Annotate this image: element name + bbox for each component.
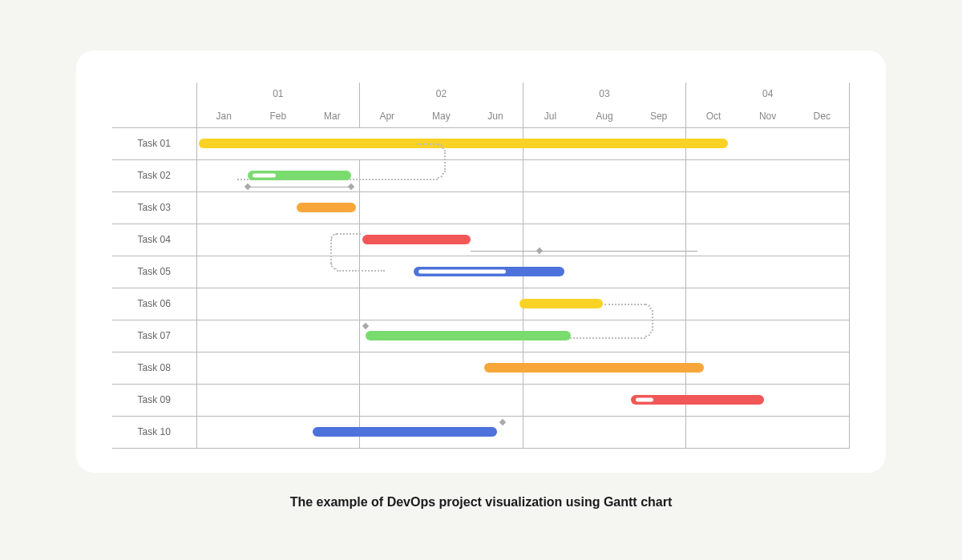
month-cell: Mar xyxy=(305,105,360,127)
table-row: Task 01 xyxy=(112,127,850,159)
table-row: Task 08 xyxy=(112,352,850,384)
gantt-bar xyxy=(248,171,351,180)
milestone-icon xyxy=(536,248,543,254)
task-label: Task 09 xyxy=(112,384,196,416)
month-cell: Oct xyxy=(686,105,741,127)
month-cell: Dec xyxy=(795,105,850,127)
table-row: Task 03 xyxy=(112,191,850,224)
quarter-cell: 03 xyxy=(523,83,686,105)
milestone-icon xyxy=(499,419,506,425)
task-label: Task 08 xyxy=(112,352,196,384)
month-cell: Jun xyxy=(468,105,523,127)
table-row: Task 04 xyxy=(112,224,850,256)
month-cell: May xyxy=(414,105,468,127)
milestone-icon xyxy=(362,323,369,329)
gantt-chart: 01 02 03 04 Jan Feb Mar Apr May Jun Jul … xyxy=(112,83,850,449)
month-cell: Nov xyxy=(741,105,795,127)
month-header-row: Jan Feb Mar Apr May Jun Jul Aug Sep Oct … xyxy=(112,105,850,127)
progress-indicator xyxy=(418,270,506,274)
progress-indicator xyxy=(636,398,653,402)
table-row: Task 05 xyxy=(112,256,850,288)
task-label: Task 04 xyxy=(112,224,196,256)
month-cell: Jul xyxy=(523,105,577,127)
table-row: Task 02 xyxy=(112,159,850,191)
task-label: Task 02 xyxy=(112,159,196,191)
task-label: Task 07 xyxy=(112,320,196,352)
task-label: Task 10 xyxy=(112,416,196,448)
month-cell: Sep xyxy=(632,105,686,127)
gantt-bar xyxy=(297,203,356,212)
task-label: Task 03 xyxy=(112,191,196,224)
month-cell: Feb xyxy=(251,105,305,127)
table-row: Task 06 xyxy=(112,288,850,320)
table-row: Task 09 xyxy=(112,384,850,416)
task-label: Task 06 xyxy=(112,288,196,320)
gantt-bar xyxy=(362,235,471,244)
month-cell: Aug xyxy=(577,105,632,127)
quarter-cell: 04 xyxy=(686,83,850,105)
table-row: Task 10 xyxy=(112,416,850,448)
link-line xyxy=(248,187,351,187)
month-cell: Apr xyxy=(360,105,414,127)
task-label: Task 01 xyxy=(112,127,196,159)
task-label: Task 05 xyxy=(112,256,196,288)
quarter-header-row: 01 02 03 04 xyxy=(112,83,850,105)
quarter-cell: 01 xyxy=(196,83,360,105)
quarter-cell: 02 xyxy=(360,83,523,105)
chart-caption: The example of DevOps project visualizat… xyxy=(290,495,673,510)
gantt-card: 01 02 03 04 Jan Feb Mar Apr May Jun Jul … xyxy=(76,50,886,473)
table-row: Task 07 xyxy=(112,320,850,352)
month-cell: Jan xyxy=(196,105,251,127)
progress-indicator xyxy=(253,174,275,178)
